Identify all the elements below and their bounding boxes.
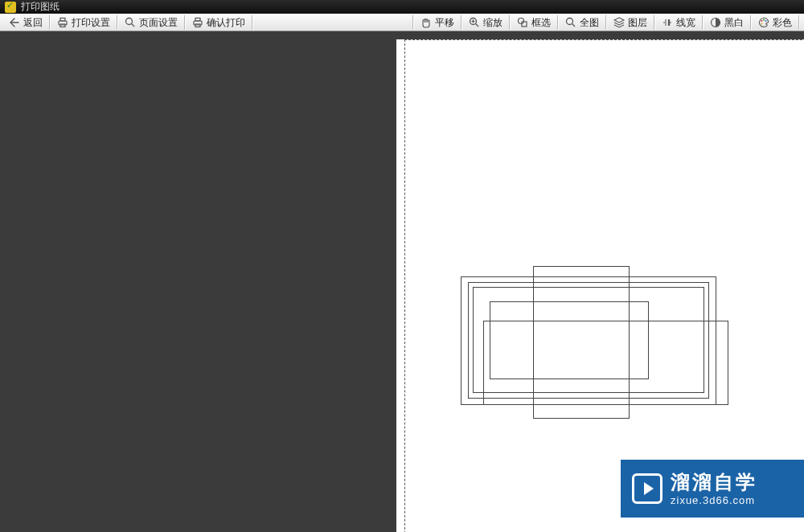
svg-point-23: [765, 20, 767, 22]
watermark-title: 溜溜自学: [671, 469, 757, 494]
svg-line-15: [572, 24, 576, 27]
full-extent-icon: [564, 16, 577, 29]
svg-point-14: [567, 18, 573, 25]
box-select-button[interactable]: 框选: [511, 14, 556, 31]
print-settings-button[interactable]: 打印设置: [51, 14, 115, 31]
confirm-print-label: 确认打印: [207, 16, 245, 30]
svg-rect-13: [522, 22, 527, 27]
printer-icon: [56, 16, 69, 29]
black-white-label: 黑白: [724, 16, 744, 30]
separator: [184, 15, 185, 30]
separator: [798, 15, 799, 30]
panel-divider[interactable]: [390, 31, 396, 532]
workspace: [0, 31, 804, 532]
printer-confirm-icon: [191, 16, 204, 29]
full-view-button[interactable]: 全图: [560, 14, 604, 31]
separator: [654, 15, 654, 30]
separator: [557, 15, 558, 30]
preview-pane[interactable]: [396, 31, 804, 532]
color-label: 彩色: [773, 16, 792, 30]
svg-point-12: [519, 18, 524, 24]
magnifier-page-icon: [124, 16, 137, 29]
watermark-badge: 溜溜自学 zixue.3d66.com: [621, 460, 804, 518]
line-width-icon: [661, 16, 674, 29]
svg-line-11: [476, 24, 479, 27]
separator: [509, 15, 510, 30]
back-arrow-icon: [8, 16, 21, 29]
black-white-button[interactable]: 黑白: [704, 14, 749, 31]
color-palette-icon: [757, 16, 770, 29]
layers-icon: [613, 16, 626, 29]
window-title: 打印图纸: [21, 0, 59, 14]
svg-rect-1: [60, 18, 65, 22]
shape-rect: [533, 266, 630, 419]
line-width-button[interactable]: 线宽: [656, 14, 700, 31]
separator: [702, 15, 703, 30]
play-logo-icon: [632, 473, 662, 504]
pan-button[interactable]: 平移: [415, 14, 459, 31]
svg-rect-2: [60, 24, 65, 27]
toolbar: 返回 打印设置 页面设置 确认打印 平移 缩放: [0, 14, 804, 31]
print-preview-page: [396, 39, 804, 532]
zoom-button[interactable]: 缩放: [463, 14, 507, 31]
separator: [605, 15, 606, 30]
page-settings-button[interactable]: 页面设置: [119, 14, 183, 31]
svg-point-3: [126, 18, 133, 25]
page-settings-label: 页面设置: [139, 16, 178, 30]
svg-point-24: [761, 23, 763, 25]
separator: [412, 15, 413, 30]
black-white-icon: [709, 16, 722, 29]
drawing-content: [396, 39, 804, 532]
layers-label: 图层: [628, 16, 647, 30]
app-icon: [5, 2, 16, 13]
pan-label: 平移: [435, 16, 454, 30]
zoom-icon: [468, 16, 481, 29]
line-width-label: 线宽: [676, 16, 695, 30]
box-select-label: 框选: [531, 16, 551, 30]
title-bar: 打印图纸: [0, 0, 804, 14]
svg-rect-6: [195, 18, 200, 22]
svg-point-22: [763, 19, 765, 21]
color-button[interactable]: 彩色: [753, 14, 797, 31]
hand-icon: [420, 16, 433, 29]
separator: [49, 15, 50, 30]
watermark-text: 溜溜自学 zixue.3d66.com: [671, 469, 757, 508]
back-label: 返回: [23, 16, 43, 30]
layers-button[interactable]: 图层: [608, 14, 652, 31]
svg-rect-7: [195, 24, 200, 27]
svg-line-4: [132, 24, 135, 27]
confirm-print-button[interactable]: 确认打印: [187, 14, 250, 31]
back-button[interactable]: 返回: [3, 14, 47, 31]
left-panel: [0, 31, 390, 532]
watermark-url: zixue.3d66.com: [671, 494, 757, 508]
full-view-label: 全图: [580, 16, 599, 30]
separator: [461, 15, 461, 30]
print-settings-label: 打印设置: [72, 16, 110, 30]
separator: [750, 15, 751, 30]
separator: [117, 15, 117, 30]
svg-point-21: [761, 20, 763, 22]
separator: [252, 15, 252, 30]
box-select-icon: [516, 16, 529, 29]
zoom-label: 缩放: [483, 16, 503, 30]
